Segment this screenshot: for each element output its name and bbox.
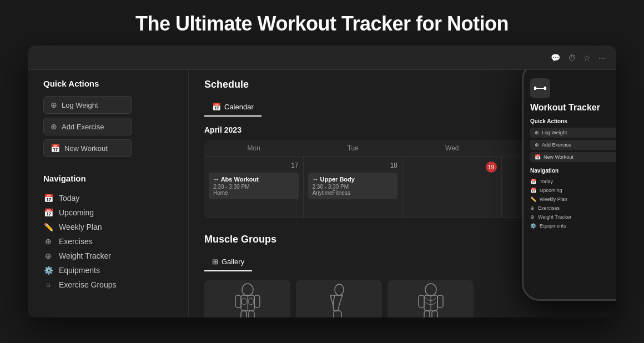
cal-cell-18: 18 ↔ Upper Body 2:30 - 3:30 PM AnytimeFi… <box>304 157 403 218</box>
nav-upcoming[interactable]: 📅 Upcoming <box>43 205 173 220</box>
day-wed: Wed <box>402 140 502 157</box>
date-17: 17 <box>209 162 299 169</box>
phone-new-workout-btn[interactable]: 📅 New Workout <box>530 152 616 162</box>
abs-workout-time: 2:30 - 3:30 PM <box>213 184 294 190</box>
svg-point-9 <box>335 284 344 295</box>
more-icon[interactable]: ··· <box>598 53 605 62</box>
add-icon: ⊕ <box>51 122 57 131</box>
phone-nav-section: Navigation 📅 Today 📅 Upcoming ✏️ Weekly … <box>530 168 616 230</box>
svg-rect-21 <box>536 88 537 89</box>
day-tue: Tue <box>304 140 403 157</box>
upper-body-time: 2:30 - 3:30 PM <box>313 184 394 190</box>
abs-workout-loc: Home <box>213 190 294 196</box>
abs-workout-title: ↔ Abs Workout <box>213 176 294 183</box>
workout-abs[interactable]: ↔ Abs Workout 2:30 - 3:30 PM Home <box>209 173 299 199</box>
date-19-today: 19 <box>486 162 497 173</box>
upper-body-loc: AnytimeFitness <box>313 190 394 196</box>
svg-point-13 <box>425 284 436 296</box>
day-mon: Mon <box>204 140 304 157</box>
nav-equipments[interactable]: ⚙️ Equipments <box>43 263 173 278</box>
weight-tracker-icon: ⊕ <box>43 251 53 260</box>
top-bar: 💬 ⏱ ☆ ··· <box>28 46 616 70</box>
svg-rect-20 <box>534 87 536 90</box>
add-exercise-button[interactable]: ⊕ Add Exercise <box>43 118 132 135</box>
calendar-tab[interactable]: 📅 Calendar <box>204 98 261 117</box>
gallery-icon: ⊞ <box>212 258 218 266</box>
comment-icon[interactable]: 💬 <box>551 53 560 62</box>
nav-exercises[interactable]: ⊕ Exercises <box>43 234 173 249</box>
muscle-thumb-side <box>296 280 382 317</box>
quick-actions-title: Quick Actions <box>43 79 173 88</box>
new-workout-button[interactable]: 📅 New Workout <box>43 139 132 157</box>
weight-icon: ⊕ <box>51 100 57 109</box>
phone-app-title: Workout Tracker <box>530 103 616 113</box>
phone-nav-weekly-plan[interactable]: ✏️ Weekly Plan <box>530 195 616 204</box>
svg-rect-12 <box>334 311 341 317</box>
nav-weekly-plan[interactable]: ✏️ Weekly Plan <box>43 220 173 234</box>
nav-weight-tracker[interactable]: ⊕ Weight Tracker <box>43 249 173 263</box>
svg-rect-17 <box>437 295 443 307</box>
weekly-plan-icon: ✏️ <box>43 223 53 231</box>
muscle-thumb-back <box>388 280 474 317</box>
upcoming-icon: 📅 <box>43 208 53 217</box>
phone-mockup: Workout Tracker Quick Actions ⊕ Log Weig… <box>522 62 616 301</box>
sidebar: Quick Actions ⊕ Log Weight ⊕ Add Exercis… <box>28 46 189 317</box>
phone-nav-title: Navigation <box>530 168 616 174</box>
svg-rect-3 <box>235 295 241 307</box>
calendar-tab-icon: 📅 <box>212 103 221 111</box>
phone-nav-equipments[interactable]: ⚙️ Equipments <box>530 221 616 230</box>
svg-rect-6 <box>249 311 254 317</box>
upper-body-title: ↔ Upper Body <box>313 176 394 183</box>
svg-rect-4 <box>254 295 260 307</box>
navigation-section: Navigation 📅 Today 📅 Upcoming ✏️ Weekly … <box>43 174 173 292</box>
clock-icon[interactable]: ⏱ <box>568 53 576 62</box>
svg-point-7 <box>242 298 247 305</box>
svg-rect-19 <box>432 311 437 317</box>
svg-point-8 <box>248 298 254 305</box>
svg-rect-16 <box>419 295 424 307</box>
cal-cell-19: 19 <box>402 157 502 218</box>
phone-nav-exercises[interactable]: ⊕ Exercises <box>530 204 616 213</box>
navigation-title: Navigation <box>43 174 173 183</box>
exercises-icon: ⊕ <box>43 237 53 246</box>
phone-log-weight-btn[interactable]: ⊕ Log Weight <box>530 128 616 138</box>
phone-app-logo <box>530 78 550 98</box>
date-18: 18 <box>308 162 398 169</box>
gallery-tab[interactable]: ⊞ Gallery <box>204 253 252 271</box>
exercise-groups-icon: ○ <box>43 280 53 289</box>
svg-rect-24 <box>544 87 546 90</box>
star-icon[interactable]: ☆ <box>583 53 591 62</box>
nav-exercise-groups[interactable]: ○ Exercise Groups <box>43 278 173 292</box>
muscle-thumb-front <box>204 280 290 317</box>
svg-rect-23 <box>543 88 544 89</box>
workout-upper[interactable]: ↔ Upper Body 2:30 - 3:30 PM AnytimeFitne… <box>308 173 398 199</box>
cal-cell-17: 17 ↔ Abs Workout 2:30 - 3:30 PM Home <box>204 157 304 218</box>
log-weight-button[interactable]: ⊕ Log Weight <box>43 96 132 114</box>
phone-quick-actions-title: Quick Actions <box>530 118 616 124</box>
today-icon: 📅 <box>43 194 53 203</box>
page-headline: The Ultimate Workout Tracker for Notion <box>135 0 509 46</box>
phone-nav-today[interactable]: 📅 Today <box>530 177 616 186</box>
phone-add-exercise-btn[interactable]: ⊕ Add Exercise <box>530 140 616 150</box>
svg-rect-22 <box>537 88 543 89</box>
nav-today[interactable]: 📅 Today <box>43 191 173 205</box>
calendar-icon: 📅 <box>51 144 60 153</box>
svg-rect-5 <box>241 311 246 317</box>
phone-nav-upcoming[interactable]: 📅 Upcoming <box>530 186 616 195</box>
svg-point-0 <box>242 284 253 296</box>
equipments-icon: ⚙️ <box>43 266 53 275</box>
svg-rect-18 <box>424 311 430 317</box>
phone-nav-weight-tracker[interactable]: ⊕ Weight Tracker <box>530 213 616 221</box>
app-container: 💬 ⏱ ☆ ··· Quick Actions ⊕ Log Weight ⊕ A… <box>28 46 616 317</box>
phone-content: Workout Tracker Quick Actions ⊕ Log Weig… <box>524 75 616 299</box>
